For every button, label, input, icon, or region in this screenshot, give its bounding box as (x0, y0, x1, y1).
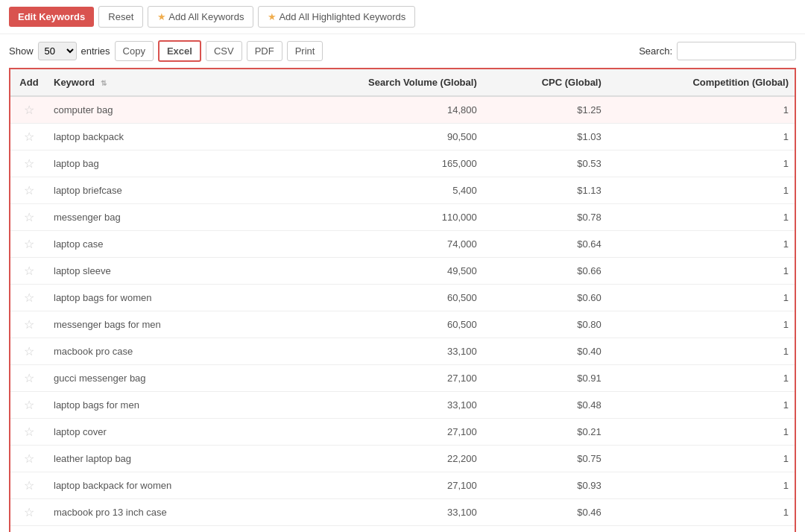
search-volume-cell: 33,100 (274, 499, 483, 526)
table-wrapper: Add Keyword ⇅ Search Volume (Global) CPC… (9, 68, 796, 532)
keyword-cell: computer bag (48, 96, 274, 124)
star-button[interactable]: ☆ (24, 291, 34, 305)
cpc-cell: $0.91 (483, 365, 607, 392)
keyword-cell: leather messenger bag (48, 526, 274, 533)
keyword-cell: macbook pro 13 inch case (48, 499, 274, 526)
csv-button[interactable]: CSV (206, 41, 242, 61)
table-row: ☆laptop case74,000$0.641 (10, 231, 795, 258)
search-volume-cell: 14,800 (274, 96, 483, 124)
competition-cell: 1 (607, 392, 795, 419)
table-row: ☆gucci messenger bag27,100$0.911 (10, 365, 795, 392)
star-icon-highlighted: ★ (268, 11, 277, 22)
keyword-cell: laptop bag (48, 151, 274, 177)
cpc-cell: $0.93 (483, 472, 607, 499)
competition-cell: 1 (607, 419, 795, 446)
add-cell: ☆ (10, 311, 48, 338)
add-cell: ☆ (10, 338, 48, 365)
competition-cell: 1 (607, 499, 795, 526)
star-button[interactable]: ☆ (24, 452, 34, 466)
search-volume-cell: 18,100 (274, 526, 483, 533)
edit-keywords-button[interactable]: Edit Keywords (9, 7, 94, 27)
add-cell: ☆ (10, 204, 48, 231)
pdf-button[interactable]: PDF (247, 41, 282, 61)
table-row: ☆leather laptop bag22,200$0.751 (10, 446, 795, 472)
print-button[interactable]: Print (287, 41, 323, 61)
sort-icon-keyword: ⇅ (101, 79, 107, 87)
cpc-cell: $0.66 (483, 258, 607, 285)
add-cell: ☆ (10, 151, 48, 177)
search-volume-cell: 90,500 (274, 124, 483, 151)
star-button[interactable]: ☆ (24, 237, 34, 251)
star-button[interactable]: ☆ (24, 505, 34, 519)
keyword-cell: laptop backpack (48, 124, 274, 151)
search-volume-cell: 27,100 (274, 365, 483, 392)
cpc-cell: $1.13 (483, 177, 607, 204)
add-cell: ☆ (10, 392, 48, 419)
controls-row: Show 50 25 100 entries Copy Excel CSV PD… (0, 34, 805, 68)
star-icon: ★ (157, 11, 166, 22)
competition-cell: 1 (607, 124, 795, 151)
keyword-cell: macbook pro case (48, 338, 274, 365)
search-volume-cell: 74,000 (274, 231, 483, 258)
table-row: ☆macbook pro 13 inch case33,100$0.461 (10, 499, 795, 526)
star-button[interactable]: ☆ (24, 371, 34, 385)
search-volume-cell: 33,100 (274, 392, 483, 419)
table-row: ☆laptop briefcase5,400$1.131 (10, 177, 795, 204)
search-volume-cell: 27,100 (274, 419, 483, 446)
cpc-cell: $0.78 (483, 204, 607, 231)
search-volume-cell: 110,000 (274, 204, 483, 231)
col-header-search-volume: Search Volume (Global) (274, 69, 483, 96)
search-input[interactable] (677, 42, 796, 60)
star-button[interactable]: ☆ (24, 156, 34, 171)
keywords-table: Add Keyword ⇅ Search Volume (Global) CPC… (10, 69, 795, 532)
keyword-cell: laptop sleeve (48, 258, 274, 285)
search-volume-cell: 5,400 (274, 177, 483, 204)
toolbar: Edit Keywords Reset ★Add All Keywords ★A… (0, 0, 805, 34)
cpc-cell: $1.25 (483, 96, 607, 124)
add-all-highlighted-button[interactable]: ★Add All Highlighted Keywords (258, 6, 415, 28)
add-cell: ☆ (10, 124, 48, 151)
star-button[interactable]: ☆ (24, 398, 34, 412)
star-button[interactable]: ☆ (24, 183, 34, 197)
search-volume-cell: 33,100 (274, 338, 483, 365)
star-button[interactable]: ☆ (24, 478, 34, 493)
table-row: ☆messenger bags for men60,500$0.801 (10, 311, 795, 338)
col-header-keyword[interactable]: Keyword ⇅ (48, 69, 274, 96)
competition-cell: 1 (607, 285, 795, 311)
search-volume-cell: 60,500 (274, 311, 483, 338)
cpc-cell: $0.46 (483, 499, 607, 526)
search-area: Search: (639, 42, 796, 60)
star-button[interactable]: ☆ (24, 103, 34, 117)
copy-button[interactable]: Copy (115, 41, 154, 61)
table-row: ☆leather messenger bag18,100$1.091 (10, 526, 795, 533)
search-volume-cell: 27,100 (274, 472, 483, 499)
star-button[interactable]: ☆ (24, 317, 34, 332)
cpc-cell: $0.53 (483, 151, 607, 177)
add-all-keywords-button[interactable]: ★Add All Keywords (148, 6, 253, 28)
competition-cell: 1 (607, 96, 795, 124)
cpc-cell: $0.64 (483, 231, 607, 258)
star-button[interactable]: ☆ (24, 210, 34, 224)
star-button[interactable]: ☆ (24, 130, 34, 144)
table-row: ☆computer bag14,800$1.251 (10, 96, 795, 124)
reset-button[interactable]: Reset (98, 6, 143, 28)
competition-cell: 1 (607, 258, 795, 285)
competition-cell: 1 (607, 204, 795, 231)
add-cell: ☆ (10, 446, 48, 472)
excel-button[interactable]: Excel (158, 40, 201, 62)
star-button[interactable]: ☆ (24, 264, 34, 278)
cpc-cell: $0.48 (483, 392, 607, 419)
star-button[interactable]: ☆ (24, 344, 34, 358)
keyword-cell: laptop case (48, 231, 274, 258)
keyword-cell: laptop briefcase (48, 177, 274, 204)
entries-select[interactable]: 50 25 100 (38, 42, 77, 60)
add-cell: ☆ (10, 365, 48, 392)
table-row: ☆laptop backpack90,500$1.031 (10, 124, 795, 151)
keyword-cell: messenger bag (48, 204, 274, 231)
competition-cell: 1 (607, 311, 795, 338)
search-volume-cell: 60,500 (274, 285, 483, 311)
col-header-cpc: CPC (Global) (483, 69, 607, 96)
table-row: ☆laptop bags for men33,100$0.481 (10, 392, 795, 419)
star-button[interactable]: ☆ (24, 425, 34, 439)
add-cell: ☆ (10, 526, 48, 533)
